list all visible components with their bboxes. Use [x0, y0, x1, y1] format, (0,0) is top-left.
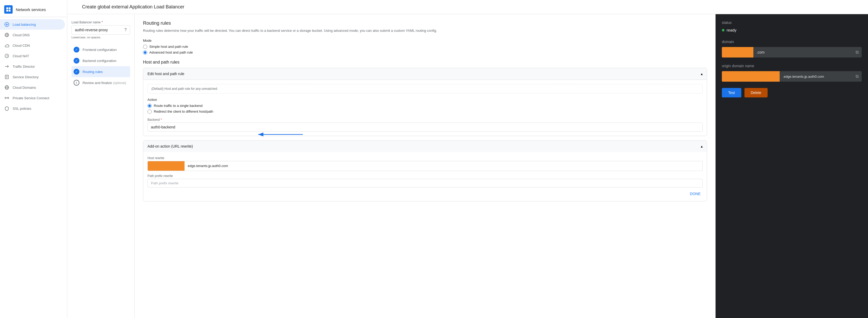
- step-review[interactable]: i Review and finalize (optional): [71, 77, 130, 88]
- sidebar-label-ssl-policies: SSL policies: [12, 107, 31, 111]
- step-label-backend: Backend configuration: [83, 59, 117, 63]
- addon-header-title: Add-on action (URL rewrite): [148, 144, 193, 148]
- cloud-cdn-icon: [4, 43, 9, 48]
- domain-field: .com ⧉: [722, 47, 862, 58]
- addon-body: Host rewrite edge.tenants.jp.auth0.com P…: [143, 152, 707, 201]
- step-frontend[interactable]: ✓ Frontend configuration: [71, 44, 130, 55]
- svg-point-16: [8, 98, 9, 99]
- sidebar-label-traffic-director: Traffic Director: [12, 65, 35, 69]
- sidebar: Network services Load balancing Cloud DN…: [0, 0, 67, 318]
- svg-point-15: [5, 98, 6, 99]
- addon-header[interactable]: Add-on action (URL rewrite): [143, 140, 707, 152]
- help-icon[interactable]: ?: [124, 28, 127, 32]
- backend-select[interactable]: auth0-backend: [148, 122, 703, 132]
- mode-label: Mode: [143, 39, 707, 42]
- mode-simple-radio[interactable]: [143, 45, 147, 49]
- origin-domain-section: Origin Domain Name .edge.tenants.jp.auth…: [722, 64, 862, 82]
- sidebar-item-cloud-cdn[interactable]: Cloud CDN: [0, 40, 65, 51]
- right-panel: status ready domain .com ⧉ Origin Domain…: [716, 14, 868, 318]
- main-content: Create global external Application Load …: [67, 0, 868, 318]
- lb-name-input[interactable]: [75, 28, 122, 32]
- step-label-routing: Routing rules: [83, 70, 103, 74]
- action-label: Action: [148, 98, 703, 102]
- mode-simple[interactable]: Simple host and path rule: [143, 45, 707, 49]
- host-rewrite-suffix: edge.tenants.jp.auth0.com: [185, 162, 703, 170]
- delete-button[interactable]: Delete: [744, 88, 768, 98]
- sidebar-item-ssl-policies[interactable]: SSL policies: [0, 103, 65, 114]
- action-single-label: Route traffic to a single backend: [154, 104, 203, 108]
- app-icon: [4, 5, 12, 14]
- sidebar-item-traffic-director[interactable]: Traffic Director: [0, 61, 65, 72]
- mode-advanced[interactable]: Advanced host and path rule: [143, 50, 707, 55]
- rule-card-body: (Default) Host and path rule for any unm…: [143, 80, 707, 136]
- rule-card: Edit host and path rule (Default) Host a…: [143, 68, 707, 136]
- action-redirect-radio[interactable]: [148, 109, 152, 114]
- sidebar-item-service-directory[interactable]: Service Directory: [0, 72, 65, 82]
- sidebar-label-cloud-cdn: Cloud CDN: [12, 44, 30, 47]
- content-area: Load Balancer name * ? Lowercase, no spa…: [67, 14, 868, 318]
- domain-section-title: domain: [722, 40, 862, 44]
- origin-domain-section-title: Origin Domain Name: [722, 64, 862, 68]
- cloud-nat-icon: [4, 53, 9, 59]
- sidebar-item-private-service-connect[interactable]: Private Service Connect: [0, 93, 65, 103]
- host-rewrite-label: Host rewrite: [148, 156, 703, 160]
- rule-card-header[interactable]: Edit host and path rule: [143, 68, 707, 80]
- addon-section: Add-on action (URL rewrite) Host rewrite…: [143, 140, 707, 202]
- sidebar-header: Network services: [0, 2, 67, 17]
- action-single-radio[interactable]: [148, 104, 152, 108]
- cloud-dns-icon: [4, 32, 9, 38]
- back-button[interactable]: [73, 4, 79, 10]
- svg-rect-0: [6, 7, 8, 9]
- sidebar-item-cloud-nat[interactable]: Cloud NAT: [0, 51, 65, 61]
- svg-rect-3: [9, 10, 10, 11]
- origin-suffix: .edge.tenants.jp.auth0.com: [780, 72, 852, 81]
- origin-redacted: [722, 71, 780, 82]
- sidebar-label-cloud-domains: Cloud Domains: [12, 85, 36, 90]
- path-prefix-label: Path prefix rewrite: [148, 174, 703, 178]
- action-redirect-label: Redirect the client to different host/pa…: [154, 109, 213, 113]
- rule-card-header-title: Edit host and path rule: [148, 72, 184, 76]
- status-row: ready: [722, 28, 862, 32]
- sidebar-item-load-balancing[interactable]: Load balancing: [0, 19, 65, 30]
- sidebar-label-service-directory: Service Directory: [12, 75, 39, 79]
- done-button[interactable]: DONE: [688, 191, 703, 197]
- host-rewrite-redacted: [148, 161, 185, 171]
- done-row: DONE: [148, 187, 703, 197]
- sidebar-label-load-balancing: Load balancing: [12, 23, 36, 27]
- svg-rect-1: [9, 7, 10, 9]
- load-balancing-icon: [4, 22, 9, 27]
- status-section-title: status: [722, 21, 862, 25]
- chevron-up-icon: [701, 72, 703, 76]
- origin-field: .edge.tenants.jp.auth0.com ⧉: [722, 71, 862, 82]
- default-rule-hint: (Default) Host and path rule for any unm…: [148, 84, 703, 94]
- cloud-domains-icon: [4, 85, 9, 90]
- sidebar-item-cloud-domains[interactable]: Cloud Domains: [0, 82, 65, 93]
- sidebar-title: Network services: [16, 7, 46, 12]
- service-directory-icon: [4, 74, 9, 79]
- status-dot: [722, 29, 724, 32]
- copy-icon[interactable]: ⧉: [852, 47, 862, 57]
- sidebar-item-cloud-dns[interactable]: Cloud DNS: [0, 30, 65, 40]
- step-backend[interactable]: ✓ Backend configuration: [71, 55, 130, 66]
- mode-advanced-radio[interactable]: [143, 50, 147, 55]
- backend-field: Backend * auth0-backend: [148, 118, 703, 132]
- test-button[interactable]: Test: [722, 88, 741, 98]
- mode-section: Mode Simple host and path rule Advanced …: [143, 39, 707, 55]
- domain-redacted: [722, 47, 753, 58]
- step-label-frontend: Frontend configuration: [83, 48, 117, 52]
- private-service-connect-icon: [4, 95, 9, 101]
- action-single[interactable]: Route traffic to a single backend: [148, 104, 703, 108]
- step-routing[interactable]: ✓ Routing rules: [71, 66, 130, 77]
- lb-name-label: Load Balancer name *: [71, 21, 130, 24]
- ssl-policies-icon: [4, 106, 9, 111]
- steps-sidebar: Load Balancer name * ? Lowercase, no spa…: [67, 14, 134, 318]
- lb-name-section: Load Balancer name * ? Lowercase, no spa…: [71, 21, 130, 39]
- step-info-review: i: [73, 80, 80, 85]
- path-prefix-input[interactable]: [148, 179, 703, 187]
- step-check-backend: ✓: [73, 58, 80, 64]
- host-path-title: Host and path rules: [143, 60, 707, 65]
- action-redirect[interactable]: Redirect the client to different host/pa…: [148, 109, 703, 114]
- origin-copy-icon[interactable]: ⧉: [852, 71, 862, 81]
- domain-suffix: .com: [753, 47, 852, 57]
- lb-name-input-wrap: ?: [71, 25, 130, 35]
